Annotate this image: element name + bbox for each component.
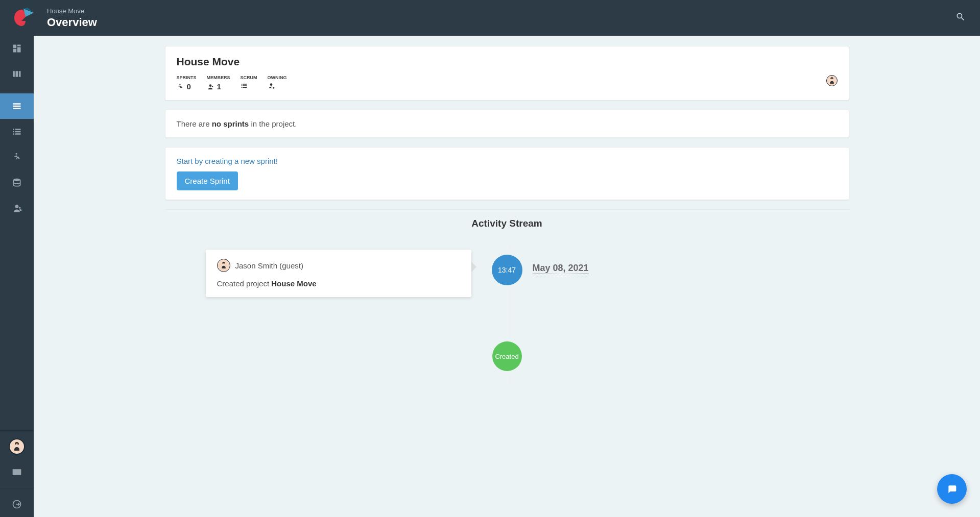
users-icon xyxy=(207,83,214,90)
header-text: House Move Overview xyxy=(47,7,97,29)
project-title: House Move xyxy=(177,56,838,68)
activity-stream-title: Activity Stream xyxy=(54,218,960,229)
logout-icon xyxy=(12,499,22,509)
sidebar-item-overview[interactable] xyxy=(0,93,34,119)
sidebar-item-billing[interactable] xyxy=(0,459,34,485)
overview-icon xyxy=(12,101,22,111)
stat-members-label: MEMBERS xyxy=(207,75,230,80)
created-badge: Created xyxy=(492,341,522,371)
activity-user-name[interactable]: Jason Smith (guest) xyxy=(235,261,303,270)
sidebar-item-database[interactable] xyxy=(0,170,34,195)
search-icon[interactable] xyxy=(951,8,970,28)
dashboard-icon xyxy=(12,43,22,54)
stat-sprints: SPRINTS 0 xyxy=(177,75,197,91)
activity-time-badge: 13:47 xyxy=(492,255,522,285)
sidebar-item-dashboard[interactable] xyxy=(0,36,34,61)
list-icon xyxy=(241,82,248,89)
project-header-card: House Move SPRINTS 0 MEMBERS 1 SCRUM xyxy=(165,46,849,101)
main-content: House Move SPRINTS 0 MEMBERS 1 SCRUM xyxy=(34,36,980,517)
create-sprint-prompt: Start by creating a new sprint! xyxy=(177,157,838,165)
owner-icon xyxy=(268,82,275,89)
no-sprints-bold: no sprints xyxy=(212,119,249,128)
stat-owning: OWNING xyxy=(268,75,287,89)
activity-action-project[interactable]: House Move xyxy=(271,279,316,288)
sidebar-user-avatar[interactable] xyxy=(0,434,34,459)
page-title: Overview xyxy=(47,16,97,29)
database-icon xyxy=(12,178,22,188)
stat-sprints-value: 0 xyxy=(187,82,191,91)
svg-point-0 xyxy=(13,179,20,181)
breadcrumb[interactable]: House Move xyxy=(47,7,97,15)
chat-button[interactable] xyxy=(937,474,967,504)
avatar-icon xyxy=(9,438,25,455)
avatar-icon xyxy=(217,259,230,272)
activity-item: Jason Smith (guest) Created project Hous… xyxy=(206,250,471,297)
credit-card-icon xyxy=(12,467,22,477)
create-sprint-card: Start by creating a new sprint! Create S… xyxy=(165,147,849,200)
boards-icon xyxy=(12,69,22,79)
section-divider xyxy=(165,209,849,210)
sidebar-item-members[interactable] xyxy=(0,195,34,221)
stat-members-value: 1 xyxy=(217,82,221,91)
running-icon xyxy=(12,152,22,162)
sidebar-item-sprint[interactable] xyxy=(0,144,34,170)
activity-action-prefix: Created project xyxy=(217,279,272,288)
svg-point-3 xyxy=(17,444,18,445)
project-member-avatar[interactable] xyxy=(826,75,838,86)
create-sprint-button[interactable]: Create Sprint xyxy=(177,171,238,190)
no-sprints-message: There are no sprints in the project. xyxy=(165,110,849,138)
running-icon xyxy=(177,83,184,90)
activity-timeline: Jason Smith (guest) Created project Hous… xyxy=(165,244,849,387)
app-logo[interactable] xyxy=(10,6,35,30)
stat-scrum: SCRUM xyxy=(241,75,257,89)
chat-icon xyxy=(947,484,957,494)
svg-point-2 xyxy=(15,444,16,445)
members-icon xyxy=(12,203,22,213)
sidebar-item-logout[interactable] xyxy=(0,491,34,517)
topbar: House Move Overview xyxy=(0,0,980,36)
activity-date-label[interactable]: May 08, 2021 xyxy=(533,263,589,274)
stat-sprints-label: SPRINTS xyxy=(177,75,197,80)
stat-scrum-label: SCRUM xyxy=(241,75,257,80)
backlog-icon xyxy=(12,127,22,137)
avatar-icon xyxy=(826,75,838,86)
stat-members: MEMBERS 1 xyxy=(207,75,230,91)
no-sprints-suffix: in the project. xyxy=(249,119,297,128)
stat-owning-label: OWNING xyxy=(268,75,287,80)
sidebar xyxy=(0,36,34,517)
sidebar-item-backlog[interactable] xyxy=(0,119,34,144)
sidebar-item-boards[interactable] xyxy=(0,61,34,87)
no-sprints-prefix: There are xyxy=(177,119,212,128)
